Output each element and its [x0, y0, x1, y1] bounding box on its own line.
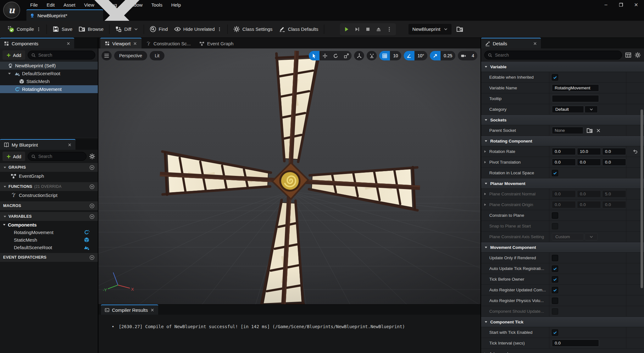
arrow-right-icon[interactable] [483, 150, 487, 153]
add-icon[interactable] [89, 255, 95, 260]
close-icon[interactable] [150, 308, 154, 312]
tree-item-rotatingmovement[interactable]: RotatingMovement [0, 85, 98, 93]
coordinate-system-button[interactable] [354, 51, 364, 60]
stop-button[interactable] [363, 25, 373, 34]
checkbox-unchecked[interactable] [552, 212, 558, 219]
checkbox-checked[interactable] [552, 276, 558, 283]
tab-construction-sc-[interactable]: fConstruction Sc... [142, 39, 195, 48]
add-component-button[interactable]: Add [3, 50, 25, 60]
number-input[interactable]: 0.0 [602, 148, 626, 155]
number-input[interactable]: 5.0 [602, 190, 626, 198]
blueprint-item-constructionscript[interactable]: fConstructionScript [0, 191, 98, 199]
chevron-down-icon[interactable] [585, 233, 598, 240]
surface-snapping-button[interactable] [367, 51, 377, 60]
class-defaults-button[interactable]: Class Defaults [276, 21, 322, 37]
checkbox-checked[interactable] [552, 170, 558, 176]
text-input[interactable]: RotatingMovement [552, 84, 599, 92]
component-variable-staticmesh[interactable]: StaticMesh [0, 236, 98, 244]
hide-unrelated-button[interactable]: Hide Unrelated [171, 21, 225, 37]
component-variable-rotatingmovement[interactable]: RotatingMovement [0, 228, 98, 236]
number-input[interactable]: 0.0 [577, 190, 601, 198]
compile-button[interactable]: Compile [4, 21, 44, 37]
section-event-dispatchers[interactable]: EVENT DISPATCHERS [0, 253, 98, 262]
arrow-right-icon[interactable] [483, 160, 487, 164]
details-section-movement-component[interactable]: Movement Component [481, 242, 644, 253]
checkbox-unchecked[interactable] [552, 223, 558, 229]
minimize-button[interactable]: – [602, 1, 609, 8]
tree-item-newblueprint-self-[interactable]: NewBlueprint (Self) [0, 62, 98, 70]
socket-input[interactable]: None [552, 127, 583, 134]
checkbox-checked[interactable] [552, 287, 558, 293]
menu-edit[interactable]: Edit [42, 1, 59, 9]
rotate-tool-button[interactable] [330, 51, 341, 60]
dropdown-custom[interactable]: Custom [552, 233, 598, 240]
details-section-component-tick[interactable]: Component Tick [481, 317, 644, 327]
tab-event-graph[interactable]: Event Graph [195, 39, 238, 48]
section-graphs[interactable]: GRAPHS [0, 163, 98, 172]
grid-snap-value[interactable]: 10 [390, 51, 401, 60]
components-group[interactable]: Components [0, 221, 98, 228]
number-input[interactable]: 0.0 [577, 159, 601, 166]
number-input[interactable]: 0.0 [552, 201, 576, 208]
number-input[interactable]: 0.0 [602, 159, 626, 166]
tab-compiler-results[interactable]: Compiler Results [101, 305, 158, 315]
play-button[interactable] [342, 25, 351, 34]
chevron-down-icon[interactable] [585, 106, 598, 113]
gear-icon[interactable] [635, 52, 641, 58]
components-search-input[interactable]: Search [28, 51, 95, 59]
details-scrollbar[interactable] [641, 109, 643, 288]
number-input[interactable]: 10.0 [577, 148, 601, 155]
details-section-rotating-component[interactable]: Rotating Component [481, 136, 644, 146]
close-icon[interactable] [66, 42, 70, 46]
checkbox-checked[interactable] [552, 329, 558, 336]
text-input[interactable]: 0.0 [552, 339, 599, 347]
close-icon[interactable] [133, 42, 137, 46]
perspective-button[interactable]: Perspective [114, 51, 147, 60]
menu-help[interactable]: Help [167, 1, 185, 9]
add-icon[interactable] [89, 203, 95, 209]
pick-socket-icon[interactable] [586, 127, 593, 134]
restore-button[interactable] [618, 1, 625, 8]
tab-viewport[interactable]: Viewport [100, 38, 142, 48]
number-input[interactable]: 0.0 [602, 201, 626, 208]
save-button[interactable]: Save [49, 21, 75, 37]
diff-button[interactable]: Diff [112, 21, 141, 37]
display-options-icon[interactable] [625, 52, 631, 58]
scale-tool-button[interactable] [341, 51, 352, 60]
checkbox-unchecked[interactable] [552, 255, 558, 261]
checkbox-unchecked[interactable] [552, 298, 558, 304]
close-icon[interactable] [533, 42, 537, 46]
dropdown-default[interactable]: Default [552, 106, 598, 113]
details-section-planar-movement[interactable]: Planar Movement [481, 178, 644, 189]
gear-icon[interactable] [89, 153, 95, 160]
text-input[interactable] [552, 95, 599, 102]
tree-item-defaultsceneroot[interactable]: DefaultSceneRoot [0, 70, 98, 77]
arrow-right-icon[interactable] [483, 192, 487, 196]
blueprint-item-eventgraph[interactable]: EventGraph [0, 172, 98, 180]
number-input[interactable]: 0.0 [577, 201, 601, 208]
section-variables[interactable]: VARIABLES [0, 212, 98, 221]
add-blueprint-item-button[interactable]: Add [3, 152, 25, 161]
rotation-snap-toggle[interactable] [404, 51, 414, 60]
viewport-menu-button[interactable] [102, 51, 112, 60]
menu-file[interactable]: File [26, 1, 42, 9]
tree-item-staticmesh[interactable]: StaticMesh [0, 77, 98, 85]
rotation-snap-value[interactable]: 10° [414, 51, 427, 60]
scale-snap-toggle[interactable] [430, 51, 441, 60]
lit-button[interactable]: Lit [150, 51, 164, 60]
tab-details[interactable]: Details [481, 38, 541, 48]
section-functions[interactable]: FUNCTIONS (21 OVERRIDA [0, 182, 98, 191]
scale-snap-value[interactable]: 0.25 [441, 51, 455, 60]
tab-my-blueprint[interactable]: My Blueprint [0, 139, 75, 150]
checkbox-checked[interactable] [552, 74, 558, 81]
close-icon[interactable] [68, 143, 72, 147]
details-section-sockets[interactable]: Sockets [481, 115, 644, 125]
move-tool-button[interactable] [319, 51, 330, 60]
details-search-input[interactable]: Search [484, 51, 622, 59]
eject-button[interactable] [374, 25, 383, 34]
play-options-kebab[interactable] [385, 25, 394, 34]
arrow-down-icon[interactable] [8, 72, 11, 76]
section-macros[interactable]: MACROS [0, 201, 98, 210]
close-button[interactable]: ✕ [633, 1, 640, 8]
advanced-expander[interactable]: Advanced [481, 349, 644, 353]
